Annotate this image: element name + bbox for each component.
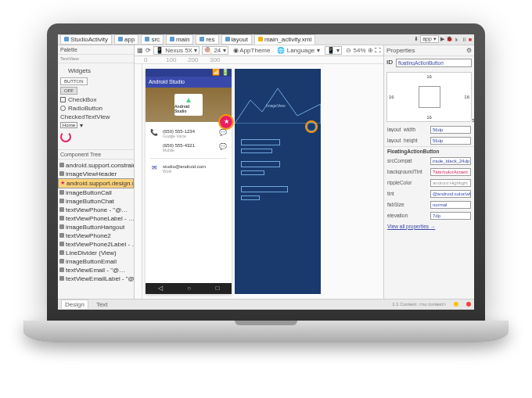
breadcrumb-label: StudioActivity [70, 36, 108, 43]
tree-item[interactable]: textViewPhone2 [58, 231, 134, 240]
widget-radiobutton[interactable]: RadioButton [60, 104, 131, 113]
layout-width-input[interactable]: 56dp [430, 126, 471, 134]
tree-item[interactable]: android.support.constraint.Con… [58, 161, 134, 170]
tree-item[interactable]: imageButtonCall [58, 188, 134, 197]
file-tab[interactable]: main_activity.xml [254, 34, 315, 45]
orientation-icon[interactable]: ⟳ [146, 47, 151, 54]
tree-item[interactable]: textViewEmail - "@… [58, 266, 134, 274]
view-all-properties-link[interactable]: View all properties → [384, 221, 474, 231]
component-icon [59, 171, 64, 176]
folder-icon [170, 37, 174, 41]
tree-item[interactable]: imageViewHeader [58, 170, 134, 178]
component-icon [59, 259, 64, 264]
widget-togglebutton[interactable]: OFF [60, 87, 77, 95]
blueprint-fab[interactable] [307, 122, 316, 131]
preview-fab[interactable]: ★ [220, 116, 232, 128]
breadcrumb-main[interactable]: main [166, 34, 193, 45]
prop-value-input[interactable]: normal [430, 201, 471, 209]
breadcrumb-src[interactable]: src [141, 34, 164, 45]
zoom-value[interactable]: 54% [354, 47, 366, 54]
tree-item[interactable]: imageButtonHangout [58, 223, 134, 231]
layout-height-input[interactable]: 56dp [430, 137, 471, 145]
prop-value-input[interactable]: @android:color/white [430, 190, 471, 198]
tree-item[interactable]: imageButtonEmail [58, 257, 134, 266]
tree-item[interactable]: LineDivider (View) [58, 249, 134, 257]
prop-label: layout_height [387, 138, 427, 143]
run-button[interactable]: ▶ [440, 36, 444, 42]
spacer-icon [150, 143, 158, 151]
prop-value-input[interactable]: 7dp [430, 212, 471, 220]
tree-item[interactable]: ★android.support.design.wi… [58, 178, 134, 188]
zoom-controls: ⊖ 54% ⊕ ⛶ [346, 47, 381, 54]
component-icon [59, 267, 64, 272]
list-item: (650) 555-4321Mobile 💬 [150, 141, 227, 155]
constraint-widget[interactable]: 16 16 16 16 50 [386, 72, 472, 122]
tree-item-label: textViewPhone - "@… [66, 206, 128, 213]
design-preview[interactable]: 📶🔋 Android Studio ▲Android Studio ★ 📞 (6… [146, 69, 232, 294]
tree-item[interactable]: textViewEmailLabel - "@… [58, 274, 134, 283]
blueprint-textview[interactable] [241, 195, 260, 200]
blueprint-textview[interactable] [241, 161, 280, 167]
phone-number: (650) 555-1234 [163, 129, 195, 134]
blueprint-textview[interactable] [241, 170, 264, 175]
debug-button[interactable]: 🐞 [446, 36, 453, 42]
prop-value-input[interactable]: irade_black_24dp [430, 157, 471, 165]
attach-button[interactable]: ⏸ [462, 37, 467, 42]
tree-item[interactable]: imageButtonChat [58, 197, 134, 206]
palette-subheader: TextView [58, 55, 134, 63]
xml-icon [258, 37, 263, 41]
widget-checkbox[interactable]: CheckBox [60, 95, 131, 104]
constraint-bias[interactable]: 50 [470, 118, 474, 123]
blueprint-textview[interactable] [241, 149, 272, 153]
tree-item[interactable]: textViewPhoneLabel - … [58, 214, 134, 223]
blueprint-preview[interactable]: ImageView [235, 69, 321, 294]
tree-item[interactable]: textViewPhone - "@… [58, 206, 134, 214]
prop-label: fabSize [387, 202, 427, 207]
widget-button[interactable]: BUTTON [60, 77, 88, 85]
stop-button[interactable]: ■ [469, 37, 472, 42]
status-warning-icon[interactable] [454, 302, 458, 307]
module-icon [118, 37, 123, 41]
tab-text[interactable]: Text [93, 300, 111, 309]
progressbar-icon[interactable] [60, 131, 71, 142]
breadcrumb-app[interactable]: app [114, 34, 138, 45]
status-error-icon[interactable] [466, 302, 471, 307]
widget-label: RadioButton [68, 105, 102, 112]
widget-checkedtextview[interactable]: CheckedTextView [60, 113, 131, 121]
phone-label: Google Voice [163, 134, 195, 138]
build-icon[interactable]: ⬇ [414, 36, 419, 42]
prop-label: elevation [387, 213, 427, 218]
language-selector[interactable]: 🌐 Language ▾ [275, 46, 322, 55]
blueprint-textview[interactable] [241, 139, 280, 145]
breadcrumb-res[interactable]: res [196, 34, 218, 45]
profile-button[interactable]: ⏵ [455, 37, 460, 42]
settings-icon[interactable]: ⚙ [466, 47, 472, 54]
theme-selector[interactable]: ◉ AppTheme [231, 46, 273, 55]
constraint-right[interactable]: 16 [464, 95, 469, 99]
prop-value-input[interactable]: ?attr/colorAccent [430, 168, 471, 176]
hangout-icon: 💬 [219, 143, 227, 151]
properties-panel: Properties⚙ ID 16 16 16 16 50 layout_wid… [383, 45, 474, 299]
breadcrumb-layout[interactable]: layout [221, 34, 252, 45]
variant-selector[interactable]: 📱 ▾ [325, 46, 342, 55]
blueprint-textview[interactable] [241, 186, 288, 192]
folder-icon [145, 37, 149, 41]
tree-item-label: textViewPhone2Label - … [66, 241, 134, 248]
breadcrumb-project[interactable]: StudioActivity [60, 34, 112, 45]
widget-spinner[interactable]: Home ▾ [60, 121, 131, 130]
properties-header: Properties [386, 47, 415, 54]
constraint-left[interactable]: 16 [389, 95, 394, 99]
tree-item[interactable]: textViewPhone2Label - … [58, 240, 134, 249]
constraint-top[interactable]: 16 [426, 74, 432, 79]
api-selector[interactable]: 🍭 24 ▾ [202, 46, 228, 55]
view-mode-icon[interactable]: ▦ [137, 47, 143, 54]
preview-hero-image: ▲Android Studio ★ [146, 88, 232, 122]
id-input[interactable] [396, 59, 472, 67]
device-selector[interactable]: 📱 Nexus 5X ▾ [153, 46, 200, 55]
preview-appbar: Android Studio [146, 77, 232, 88]
tab-design[interactable]: Design [61, 299, 88, 309]
prop-value-input[interactable]: android:Highlight [430, 179, 471, 187]
component-icon [59, 250, 64, 255]
run-config-selector[interactable]: app ▾ [420, 35, 439, 43]
constraint-bottom[interactable]: 16 [426, 115, 432, 120]
